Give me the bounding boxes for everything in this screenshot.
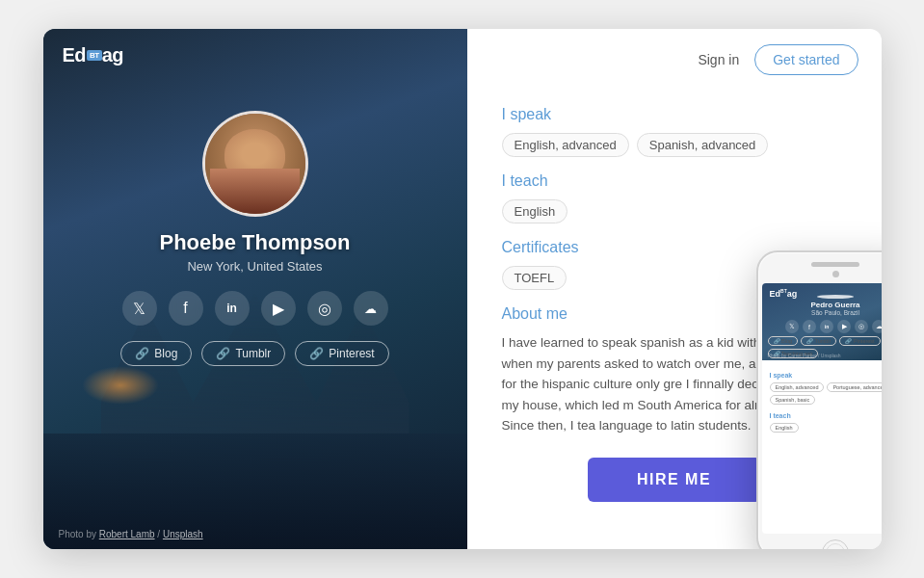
phone-photo-credit: Photo by Carret Parker / Unsplash <box>768 353 841 358</box>
main-card: EdBTag Phoebe Thompson New York, United … <box>43 29 882 549</box>
i-speak-title: I speak <box>502 106 847 123</box>
unsplash-link[interactable]: Unsplash <box>163 529 203 539</box>
phone-user-name: Pedro Guerra <box>810 301 859 309</box>
photo-credit: Photo by Robert Lamb / Unsplash <box>59 529 203 539</box>
phone-pinterest-tag: 🔗 Pinterest <box>839 336 880 346</box>
mobile-mockup: EdBTag ≡ Pedro Guerra São Paulo, Brazil … <box>756 250 882 549</box>
get-started-button[interactable]: Get started <box>754 44 858 75</box>
linkedin-icon[interactable]: in <box>215 291 250 326</box>
phone-social-row: 𝕏 f in ▶ ◎ ☁ <box>785 320 882 333</box>
link-buttons: 🔗 Blog 🔗 Tumblr 🔗 Pinterest <box>120 341 388 366</box>
avatar <box>202 111 308 217</box>
user-name: Phoebe Thompson <box>160 230 351 255</box>
blog-link-button[interactable]: 🔗 Blog <box>120 341 192 366</box>
instagram-icon[interactable]: ◎ <box>307 291 342 326</box>
link-icon: 🔗 <box>135 347 149 360</box>
tag-english-teach: English <box>502 199 568 223</box>
left-header: EdBTag <box>43 29 467 82</box>
twitter-icon[interactable]: 𝕏 <box>122 291 157 326</box>
skype-icon[interactable]: ☁ <box>354 291 388 326</box>
phone-outer: EdBTag ≡ Pedro Guerra São Paulo, Brazil … <box>756 250 882 549</box>
phone-instagram-icon: ◎ <box>855 320 868 333</box>
phone-twitter-icon: 𝕏 <box>785 320 799 333</box>
youtube-icon[interactable]: ▶ <box>261 291 296 326</box>
phone-facebook-icon: f <box>803 320 816 333</box>
i-teach-title: I teach <box>502 172 847 190</box>
left-panel: EdBTag Phoebe Thompson New York, United … <box>43 29 467 549</box>
i-speak-tags: English, advanced Spanish, advanced <box>502 133 847 157</box>
logo-ed: Ed <box>63 44 87 66</box>
sign-in-link[interactable]: Sign in <box>698 52 739 67</box>
phone-i-teach-title: I teach <box>770 412 882 419</box>
tumblr-label: Tumblr <box>235 347 271 360</box>
phone-screen: EdBTag ≡ Pedro Guerra São Paulo, Brazil … <box>762 283 882 534</box>
left-content: Phoebe Thompson New York, United States … <box>43 82 467 366</box>
phone-tag-spanish: Spanish, basic <box>770 395 816 405</box>
hire-me-button[interactable]: HIRE ME <box>588 458 761 502</box>
social-icons-row: 𝕏 f in ▶ ◎ ☁ <box>122 291 388 326</box>
pinterest-label: Pinterest <box>329 347 374 360</box>
phone-i-speak-tags: English, advanced Portuguese, advanced S… <box>770 382 882 407</box>
phone-i-speak-title: I speak <box>770 372 882 379</box>
phone-youtube-icon: ▶ <box>837 320 851 333</box>
user-location: New York, United States <box>187 259 322 274</box>
phone-i-teach-tags: English <box>770 423 882 433</box>
right-header: Sign in Get started <box>467 29 882 91</box>
phone-logo: EdBTag <box>770 288 798 299</box>
phone-speaker <box>811 262 859 267</box>
phone-avatar <box>817 295 854 299</box>
logo: EdBTag <box>63 44 448 66</box>
phone-camera <box>832 271 839 277</box>
link-icon: 🔗 <box>309 347 324 360</box>
phone-content-area: I speak English, advanced Portuguese, ad… <box>762 360 882 438</box>
photo-author-link[interactable]: Robert Lamb <box>99 529 155 539</box>
i-teach-tags: English <box>502 199 847 223</box>
pinterest-link-button[interactable]: 🔗 Pinterest <box>295 341 388 366</box>
phone-tumblr-tag: 🔗 Tumblr <box>801 336 836 346</box>
phone-blog-tag: 🔗 Blog <box>768 336 799 346</box>
logo-badge: BT <box>87 50 102 61</box>
phone-tag-english: English, advanced <box>770 382 825 392</box>
facebook-icon[interactable]: f <box>169 291 203 326</box>
link-icon: 🔗 <box>216 347 230 360</box>
phone-skype-icon: ☁ <box>872 320 882 333</box>
phone-tag-teach-english: English <box>770 423 799 433</box>
avatar-face <box>205 114 305 214</box>
sunset-glow <box>82 366 159 405</box>
phone-home-button <box>822 539 849 549</box>
tag-english-advanced: English, advanced <box>502 133 629 157</box>
phone-screen-header: EdBTag ≡ Pedro Guerra São Paulo, Brazil … <box>762 283 882 360</box>
tag-spanish-advanced: Spanish, advanced <box>637 133 769 157</box>
phone-tag-portuguese: Portuguese, advanced <box>827 382 881 392</box>
phone-home-button-inner <box>826 543 845 549</box>
tumblr-link-button[interactable]: 🔗 Tumblr <box>201 341 285 366</box>
tag-toefl: TOEFL <box>502 266 568 290</box>
blog-label: Blog <box>154 347 177 360</box>
logo-tag: ag <box>102 44 123 66</box>
phone-linkedin-icon: in <box>820 320 833 333</box>
phone-location: São Paulo, Brazil <box>811 309 859 316</box>
